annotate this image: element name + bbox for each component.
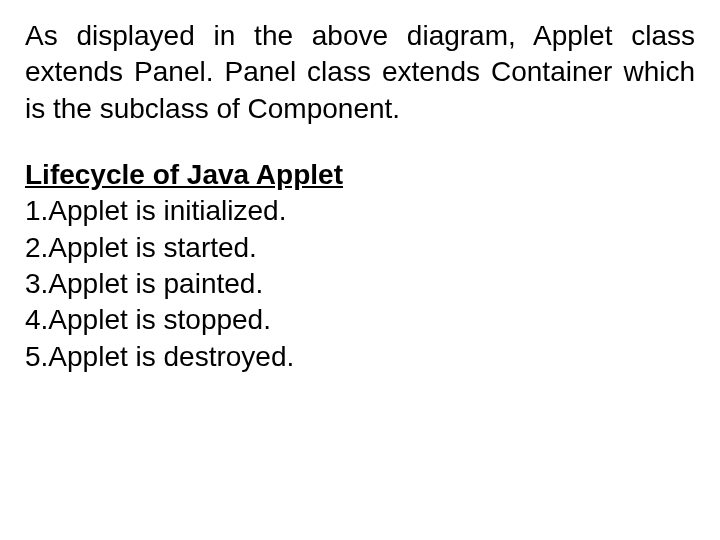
list-item: 4.Applet is stopped. [25,302,695,338]
list-item: 1.Applet is initialized. [25,193,695,229]
slide-content: As displayed in the above diagram, Apple… [0,0,720,395]
lifecycle-list: 1.Applet is initialized. 2.Applet is sta… [25,193,695,375]
section-heading: Lifecycle of Java Applet [25,159,695,191]
list-item: 2.Applet is started. [25,230,695,266]
list-item: 5.Applet is destroyed. [25,339,695,375]
list-item: 3.Applet is painted. [25,266,695,302]
intro-paragraph: As displayed in the above diagram, Apple… [25,18,695,127]
